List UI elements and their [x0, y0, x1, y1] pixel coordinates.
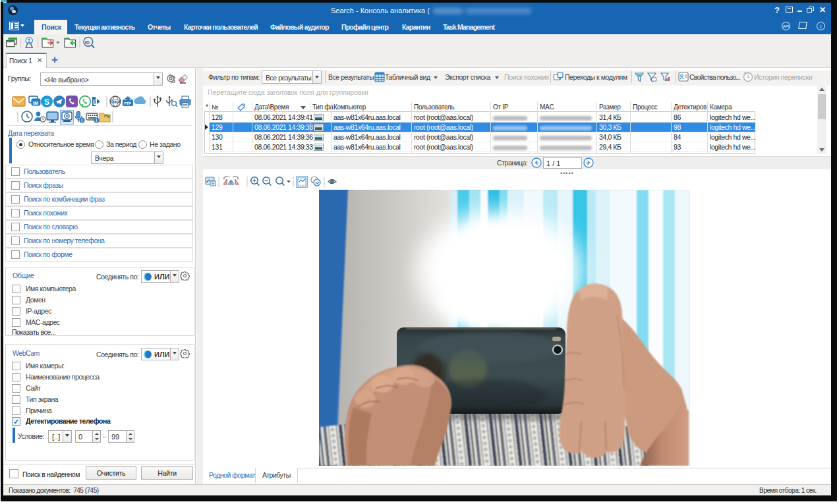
svg-text:ID: ID [85, 40, 90, 45]
svg-text:i: i [81, 118, 82, 123]
svg-text:FTP: FTP [125, 101, 132, 105]
svg-text:S: S [44, 98, 49, 107]
svg-text:HTTP: HTTP [111, 100, 119, 103]
svg-text:IM: IM [33, 101, 38, 105]
svg-text:L: L [93, 99, 97, 106]
svg-text:i: i [96, 118, 97, 123]
